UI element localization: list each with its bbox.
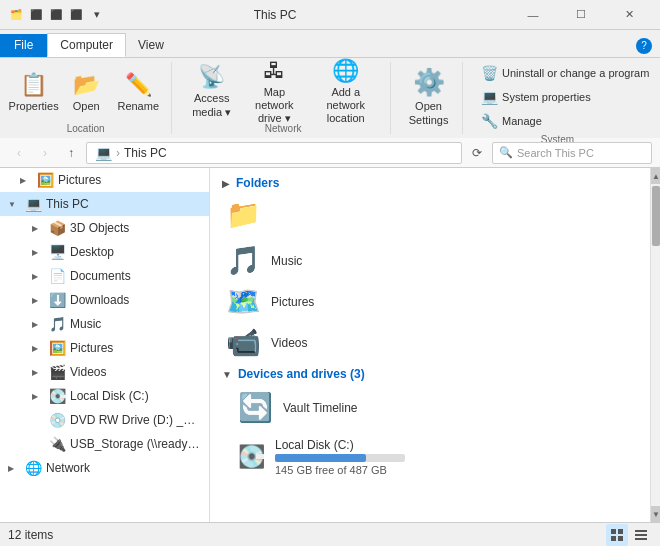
sidebar-item-dvd[interactable]: 💿 DVD RW Drive (D:) _BGMC_V bbox=[0, 408, 209, 432]
minimize-button[interactable]: — bbox=[510, 0, 556, 30]
svg-rect-2 bbox=[611, 536, 616, 541]
view-grid-button[interactable] bbox=[606, 524, 628, 546]
svg-rect-4 bbox=[635, 530, 647, 532]
sidebar-label-pictures-qa: Pictures bbox=[58, 173, 101, 187]
up-button[interactable]: ↑ bbox=[60, 142, 82, 164]
title-bar: 🗂️ ⬛ ⬛ ⬛ ▾ This PC — ☐ ✕ bbox=[0, 0, 660, 30]
sidebar-item-documents[interactable]: ▶ 📄 Documents bbox=[0, 264, 209, 288]
grid-view-icon bbox=[610, 528, 624, 542]
sidebar-label-downloads: Downloads bbox=[70, 293, 129, 307]
svg-rect-6 bbox=[635, 538, 647, 540]
open-settings-button[interactable]: ⚙️ OpenSettings bbox=[403, 68, 454, 126]
folder-item-music[interactable]: 🎵 Music bbox=[210, 240, 650, 281]
sidebar-item-network[interactable]: ▶ 🌐 Network bbox=[0, 456, 209, 480]
downloads-folder-icon: 📁 bbox=[226, 198, 261, 231]
app-icon: 🗂️ bbox=[8, 7, 24, 23]
network-group-label: Network bbox=[184, 121, 382, 134]
sidebar-item-music[interactable]: ▶ 🎵 Music bbox=[0, 312, 209, 336]
expand-arrow-3d: ▶ bbox=[32, 224, 44, 233]
folders-section-header[interactable]: ▶ Folders bbox=[222, 176, 638, 190]
manage-button[interactable]: 🔧 Manage bbox=[475, 110, 655, 132]
back-button[interactable]: ‹ bbox=[8, 142, 30, 164]
view-controls bbox=[606, 524, 652, 546]
map-network-drive-button[interactable]: 🖧 Map networkdrive ▾ bbox=[241, 63, 307, 121]
tab-view[interactable]: View bbox=[126, 34, 176, 57]
music-folder-icon: 🎵 bbox=[226, 244, 261, 277]
forward-button[interactable]: › bbox=[34, 142, 56, 164]
sidebar-label-usb: USB_Storage (\\readyshare) bbox=[70, 437, 200, 451]
system-buttons: 🗑️ Uninstall or change a program 💻 Syste… bbox=[475, 62, 640, 132]
sidebar-item-usb[interactable]: 🔌 USB_Storage (\\readyshare) bbox=[0, 432, 209, 456]
folder-item-videos[interactable]: 📹 Videos bbox=[210, 322, 650, 363]
sidebar-item-localdisk[interactable]: ▶ 💽 Local Disk (C:) bbox=[0, 384, 209, 408]
sidebar-label-music: Music bbox=[70, 317, 101, 331]
videos-folder-label: Videos bbox=[271, 336, 307, 350]
tab-computer[interactable]: Computer bbox=[47, 33, 126, 57]
drives-title: Devices and drives (3) bbox=[238, 367, 365, 381]
system-properties-button[interactable]: 💻 System properties bbox=[475, 86, 655, 108]
localc-free: 145 GB free of 487 GB bbox=[275, 464, 422, 476]
add-network-location-button[interactable]: 🌐 Add a networklocation bbox=[309, 63, 382, 121]
help-button[interactable]: ? bbox=[636, 38, 652, 54]
properties-button[interactable]: 📋 Properties bbox=[8, 63, 59, 121]
sidebar-item-3dobjects[interactable]: ▶ 📦 3D Objects bbox=[0, 216, 209, 240]
folders-title: Folders bbox=[236, 176, 279, 190]
svg-rect-0 bbox=[611, 529, 616, 534]
expand-arrow-pics: ▶ bbox=[32, 344, 44, 353]
thispc-icon: 💻 bbox=[24, 196, 42, 212]
folders-row: 📁 bbox=[222, 196, 638, 232]
sidebar-label-pics: Pictures bbox=[70, 341, 113, 355]
network-icon: 🌐 bbox=[24, 460, 42, 476]
scrollbar-up[interactable]: ▲ bbox=[651, 168, 660, 184]
folder-item-pictures[interactable]: 🗺️ Pictures bbox=[210, 281, 650, 322]
sidebar-item-thispc[interactable]: ▼ 💻 This PC bbox=[0, 192, 209, 216]
drives-chevron: ▼ bbox=[222, 369, 232, 380]
drive-item-vault[interactable]: 🔄 Vault Timeline bbox=[230, 387, 430, 428]
sidebar-item-downloads[interactable]: ▶ ⬇️ Downloads bbox=[0, 288, 209, 312]
maximize-button[interactable]: ☐ bbox=[558, 0, 604, 30]
settings-buttons: ⚙️ OpenSettings bbox=[403, 62, 454, 132]
content-scrollbar[interactable]: ▲ ▼ bbox=[650, 168, 660, 522]
tab-file[interactable]: File bbox=[0, 34, 47, 57]
drive-item-localc[interactable]: 💽 Local Disk (C:) 145 GB free of 487 GB bbox=[230, 432, 430, 482]
main-layout: ▶ 🖼️ Pictures ▼ 💻 This PC ▶ 📦 3D Objects… bbox=[0, 168, 660, 522]
address-bar: ‹ › ↑ 💻 › This PC ⟳ 🔍 Search This PC bbox=[0, 138, 660, 168]
address-path[interactable]: 💻 › This PC bbox=[86, 142, 462, 164]
expand-arrow-disk: ▶ bbox=[32, 392, 44, 401]
vault-icon: 🔄 bbox=[238, 391, 273, 424]
open-button[interactable]: 📂 Open bbox=[61, 63, 111, 121]
sidebar-item-pictures-quickaccess[interactable]: ▶ 🖼️ Pictures bbox=[0, 168, 209, 192]
rename-button[interactable]: ✏️ Rename bbox=[113, 63, 163, 121]
sidebar-item-desktop[interactable]: ▶ 🖥️ Desktop bbox=[0, 240, 209, 264]
search-icon: 🔍 bbox=[499, 146, 513, 159]
search-box[interactable]: 🔍 Search This PC bbox=[492, 142, 652, 164]
ribbon: 📋 Properties 📂 Open ✏️ Rename Location 📡… bbox=[0, 58, 660, 138]
videos-folder-icon: 📹 bbox=[226, 326, 261, 359]
close-button[interactable]: ✕ bbox=[606, 0, 652, 30]
drives-section: ▼ Devices and drives (3) 🔄 Vault Timelin… bbox=[210, 363, 650, 494]
list-view-icon bbox=[634, 528, 648, 542]
sidebar-label-dvd: DVD RW Drive (D:) _BGMC_V bbox=[70, 413, 200, 427]
sidebar: ▶ 🖼️ Pictures ▼ 💻 This PC ▶ 📦 3D Objects… bbox=[0, 168, 210, 522]
expand-arrow: ▶ bbox=[20, 176, 32, 185]
refresh-button[interactable]: ⟳ bbox=[466, 142, 488, 164]
sidebar-item-videos[interactable]: ▶ 🎬 Videos bbox=[0, 360, 209, 384]
scrollbar-down[interactable]: ▼ bbox=[651, 506, 660, 522]
view-list-button[interactable] bbox=[630, 524, 652, 546]
music-folder-label: Music bbox=[271, 254, 302, 268]
expand-arrow-videos: ▶ bbox=[32, 368, 44, 377]
network-buttons: 📡 Accessmedia ▾ 🖧 Map networkdrive ▾ 🌐 A… bbox=[184, 62, 382, 121]
folders-chevron: ▶ bbox=[222, 178, 230, 189]
ribbon-group-network: 📡 Accessmedia ▾ 🖧 Map networkdrive ▾ 🌐 A… bbox=[184, 62, 391, 134]
scrollbar-thumb[interactable] bbox=[652, 186, 660, 246]
path-separator: › bbox=[116, 146, 120, 160]
sidebar-label-network: Network bbox=[46, 461, 90, 475]
access-media-button[interactable]: 📡 Accessmedia ▾ bbox=[184, 63, 239, 121]
sidebar-item-pictures[interactable]: ▶ 🖼️ Pictures bbox=[0, 336, 209, 360]
usb-icon: 🔌 bbox=[48, 436, 66, 452]
ribbon-group-settings: ⚙️ OpenSettings bbox=[403, 62, 463, 134]
sidebar-label-localdisk: Local Disk (C:) bbox=[70, 389, 149, 403]
drives-section-header[interactable]: ▼ Devices and drives (3) bbox=[222, 367, 638, 381]
uninstall-button[interactable]: 🗑️ Uninstall or change a program bbox=[475, 62, 655, 84]
window-controls: — ☐ ✕ bbox=[510, 0, 652, 30]
